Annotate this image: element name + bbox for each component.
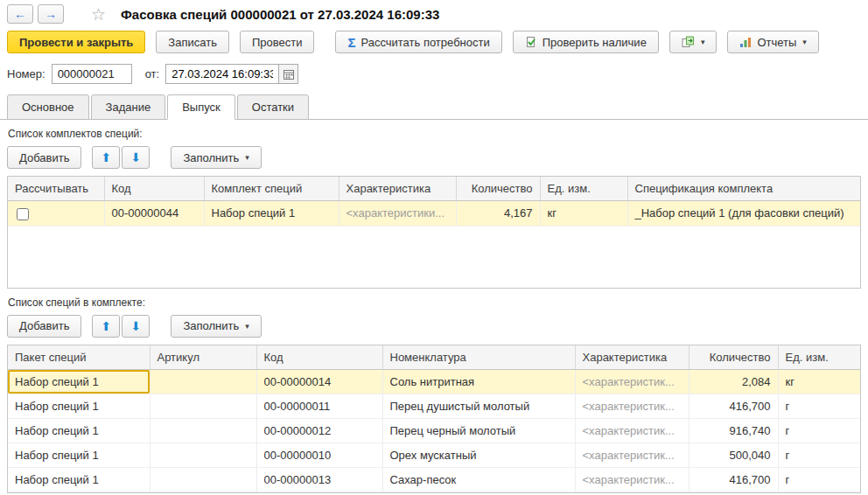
chevron-down-icon: ▾ (701, 38, 705, 46)
cell-code[interactable]: 00-00000012 (256, 418, 382, 443)
col-header-item: Номенклатура (382, 345, 575, 370)
col-header-spec: Спецификация комплекта (627, 177, 860, 201)
spices-header-row: Пакет специй Артикул Код Номенклатура Ха… (8, 345, 860, 370)
cell-characteristic[interactable]: <характеристик... (575, 394, 689, 418)
cell-calc[interactable] (8, 201, 104, 227)
date-input[interactable] (166, 65, 278, 83)
cell-unit[interactable]: г (778, 443, 860, 467)
cell-qty[interactable]: 4,167 (456, 201, 540, 227)
col-header-kit: Комплект специй (204, 177, 339, 201)
cell-characteristic[interactable]: <характеристик... (575, 467, 689, 492)
cell-packet[interactable]: Набор специй 1 (8, 394, 150, 418)
page-title: Фасовка специй 000000021 от 27.03.2024 1… (121, 7, 439, 22)
chevron-down-icon: ▾ (245, 153, 249, 162)
cell-item[interactable]: Перец душистый молотый (382, 394, 575, 418)
back-button[interactable]: ← (7, 4, 33, 24)
cell-item[interactable]: Перец черный молотый (382, 418, 575, 443)
cell-article[interactable] (150, 369, 256, 394)
sigma-icon: Σ (347, 35, 355, 50)
spices-section-title: Список специй в комплекте: (0, 289, 868, 312)
cell-item[interactable]: Сахар-песок (382, 467, 575, 492)
kits-fill-button[interactable]: Заполнить ▾ (171, 146, 261, 169)
chevron-down-icon: ▾ (245, 322, 249, 331)
reports-button[interactable]: Отчеты ▾ (727, 31, 818, 53)
forward-button[interactable]: → (38, 4, 64, 24)
cell-code[interactable]: 00-00000044 (104, 201, 204, 227)
cell-item[interactable]: Орех мускатный (382, 443, 575, 467)
post-button[interactable]: Провести (240, 31, 315, 53)
post-and-close-button[interactable]: Провести и закрыть (7, 31, 145, 53)
cell-characteristic[interactable]: <характеристики... (339, 201, 456, 227)
tab-output[interactable]: Выпуск (167, 94, 235, 120)
cell-article[interactable] (150, 467, 256, 492)
kits-table-empty-area[interactable] (8, 227, 860, 288)
spices-table-row[interactable]: Набор специй 1 00-00000010 Орех мускатны… (8, 443, 860, 467)
kits-table: Рассчитывать Код Комплект специй Характе… (7, 176, 861, 289)
favorite-star-icon[interactable]: ☆ (91, 6, 106, 23)
cell-unit[interactable]: г (778, 467, 860, 492)
spices-fill-label: Заполнить (183, 319, 239, 332)
arrow-down-icon: ⬇ (131, 151, 142, 164)
col-header-unit: Ед. изм. (778, 345, 860, 370)
kits-toolbar: Добавить ⬆ ⬇ Заполнить ▾ (0, 143, 868, 176)
cell-qty[interactable]: 500,040 (689, 443, 778, 467)
form-tabs: Основное Задание Выпуск Остатки (0, 94, 868, 120)
cell-packet[interactable]: Набор специй 1 (8, 369, 150, 394)
spices-move-up-button[interactable]: ⬆ (92, 315, 120, 338)
kits-add-button[interactable]: Добавить (7, 146, 81, 169)
spices-table: Пакет специй Артикул Код Номенклатура Ха… (7, 345, 861, 493)
tab-remains[interactable]: Остатки (237, 94, 309, 120)
arrow-left-icon: ← (14, 7, 26, 21)
kits-table-row[interactable]: 00-00000044 Набор специй 1 <характеристи… (8, 201, 860, 227)
cell-packet[interactable]: Набор специй 1 (8, 418, 150, 443)
cell-qty[interactable]: 416,700 (689, 467, 778, 492)
cell-qty[interactable]: 2,084 (689, 369, 778, 394)
spices-table-row[interactable]: Набор специй 1 00-00000012 Перец черный … (8, 418, 860, 443)
spices-table-row[interactable]: Набор специй 1 00-00000013 Сахар-песок <… (8, 467, 860, 492)
cell-unit[interactable]: кг (778, 369, 860, 394)
titlebar: ← → ☆ Фасовка специй 000000021 от 27.03.… (0, 0, 868, 26)
spices-add-button[interactable]: Добавить (7, 315, 81, 338)
write-button[interactable]: Записать (156, 31, 229, 53)
kits-fill-label: Заполнить (183, 151, 239, 164)
cell-article[interactable] (150, 443, 256, 467)
cell-code[interactable]: 00-00000014 (256, 369, 382, 394)
cell-kit[interactable]: Набор специй 1 (204, 201, 339, 227)
spices-fill-button[interactable]: Заполнить ▾ (171, 315, 261, 338)
cell-code[interactable]: 00-00000013 (256, 467, 382, 492)
cell-spec[interactable]: _Набор специй 1 (для фасовки специй) (627, 201, 860, 227)
document-check-icon (525, 36, 537, 48)
cell-unit[interactable]: г (778, 394, 860, 418)
calendar-button[interactable] (278, 65, 298, 83)
number-input[interactable] (52, 64, 132, 84)
kits-move-down-button[interactable]: ⬇ (122, 146, 150, 169)
col-header-article: Артикул (150, 345, 256, 370)
spices-table-row[interactable]: Набор специй 1 00-00000014 Соль нитритна… (8, 369, 860, 394)
tab-main[interactable]: Основное (7, 94, 89, 120)
date-field (165, 64, 298, 84)
reports-label: Отчеты (757, 36, 796, 49)
cell-characteristic[interactable]: <характеристик... (575, 443, 689, 467)
cell-packet[interactable]: Набор специй 1 (8, 443, 150, 467)
kits-move-up-button[interactable]: ⬆ (92, 146, 120, 169)
cell-qty[interactable]: 416,700 (689, 394, 778, 418)
cell-packet[interactable]: Набор специй 1 (8, 467, 150, 492)
cell-code[interactable]: 00-00000010 (256, 443, 382, 467)
cell-unit[interactable]: г (778, 418, 860, 443)
check-availability-button[interactable]: Проверить наличие (513, 31, 659, 53)
cell-code[interactable]: 00-00000011 (256, 394, 382, 418)
calc-checkbox[interactable] (17, 208, 29, 220)
spices-table-row[interactable]: Набор специй 1 00-00000011 Перец душисты… (8, 394, 860, 418)
calc-needs-button[interactable]: Σ Рассчитать потребности (335, 31, 501, 53)
cell-qty[interactable]: 916,740 (689, 418, 778, 443)
cell-article[interactable] (150, 418, 256, 443)
tab-task[interactable]: Задание (91, 94, 166, 120)
col-header-calc: Рассчитывать (8, 177, 104, 201)
spices-move-down-button[interactable]: ⬇ (122, 315, 150, 338)
cell-characteristic[interactable]: <характеристик... (575, 369, 689, 394)
cell-unit[interactable]: кг (540, 201, 627, 227)
related-documents-button[interactable]: ▾ (669, 31, 718, 53)
cell-article[interactable] (150, 394, 256, 418)
cell-item[interactable]: Соль нитритная (382, 369, 575, 394)
cell-characteristic[interactable]: <характеристик... (575, 418, 689, 443)
